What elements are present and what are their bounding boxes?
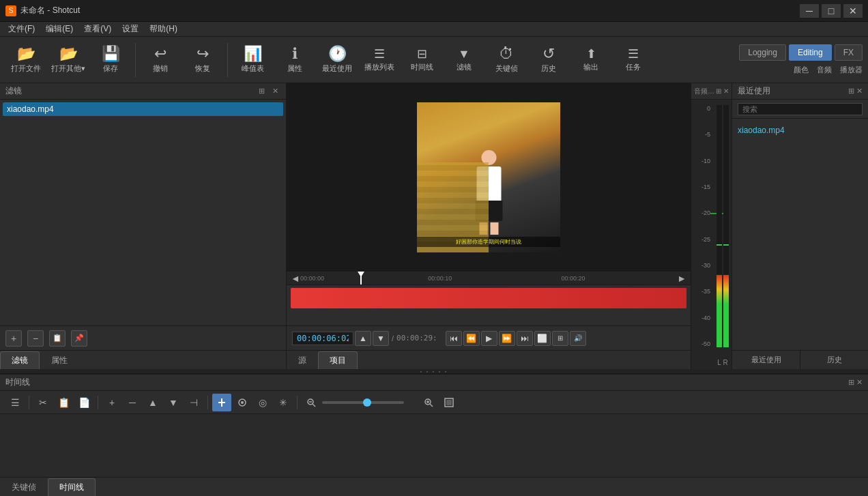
- tl-paste-button[interactable]: 📄: [74, 394, 93, 411]
- rewind-button[interactable]: ⏪: [463, 331, 480, 346]
- timeline-area: ◄ 00:00:00 00:00:10 00:00:20 ►: [287, 271, 691, 325]
- tab-source[interactable]: 源: [287, 351, 318, 369]
- tl-scrub-button[interactable]: [233, 394, 252, 411]
- fast-forward-button[interactable]: ⏩: [499, 331, 515, 346]
- export-icon: ⬆: [586, 48, 596, 60]
- recent-panel-controls: ⊞ ✕: [848, 87, 863, 96]
- main-toolbar: 📂 打开文件 📂 打开其他▾ 💾 保存 ↩ 撤销 ↪ 恢复 📊 峰值表 ℹ 属性…: [0, 37, 868, 83]
- redo-button[interactable]: ↪ 恢复: [182, 40, 223, 80]
- maximize-button[interactable]: □: [822, 4, 841, 18]
- save-label: 保存: [103, 63, 118, 74]
- video-subtitle: 好困那你造学期间何时当说: [417, 237, 560, 247]
- close-button[interactable]: ✕: [843, 4, 863, 18]
- tab-filters[interactable]: 滤镜: [0, 351, 40, 369]
- video-frame: 好困那你造学期间何时当说: [417, 102, 560, 252]
- recent-close-icon[interactable]: ✕: [856, 87, 863, 96]
- filter-button[interactable]: ▼ 滤镜: [444, 40, 484, 80]
- tl-ripple-markers-button[interactable]: ✳: [274, 394, 293, 411]
- play-button[interactable]: ▶: [481, 331, 497, 346]
- audio-meter-close-icon[interactable]: ✕: [723, 87, 729, 95]
- tl-zoom-in-button[interactable]: [419, 394, 438, 411]
- tl-menu-button[interactable]: ☰: [5, 394, 25, 411]
- copy-filter-button[interactable]: 📋: [49, 330, 66, 347]
- video-frame-inner: 好困那你造学期间何时当说: [417, 102, 560, 252]
- keyframe-button[interactable]: ⏱ 关键侦: [486, 40, 527, 80]
- tl-overwrite-button[interactable]: ▼: [164, 394, 183, 411]
- tl-ripple-all-button[interactable]: ◎: [253, 394, 272, 411]
- menu-settings[interactable]: 设置: [117, 22, 144, 36]
- tl-split-button[interactable]: ⊣: [184, 394, 203, 411]
- peak-meter-button[interactable]: 📊 峰值表: [232, 40, 273, 80]
- tab-timeline[interactable]: 时间线: [48, 478, 96, 496]
- toolbar-separator-2: [227, 43, 228, 77]
- ruler-tick-1: 00:00:10: [428, 275, 452, 282]
- timeline-button[interactable]: ⊟ 时间线: [401, 40, 442, 80]
- playlist-label: 播放列表: [364, 62, 394, 72]
- timeline-track[interactable]: [291, 288, 686, 308]
- recent-grid-icon[interactable]: ⊞: [848, 87, 854, 96]
- remove-filter-button[interactable]: −: [27, 330, 44, 347]
- playback-buttons: ⏮ ⏪ ▶ ⏩ ⏭ ⬜ ⊞ 🔊: [446, 331, 586, 346]
- undo-button[interactable]: ↩ 撤销: [140, 40, 181, 80]
- tl-zoom-out-button[interactable]: [302, 394, 321, 411]
- tl-fit-button[interactable]: [439, 394, 459, 411]
- skip-to-start-button[interactable]: ⏮: [446, 331, 462, 346]
- grid-view-button[interactable]: ⊞: [552, 331, 568, 346]
- tab-properties[interactable]: 属性: [40, 351, 79, 369]
- menu-view[interactable]: 查看(V): [78, 22, 117, 36]
- recent-button[interactable]: 🕐 最近使用: [317, 40, 358, 80]
- audio-output-button[interactable]: 🔊: [570, 331, 586, 346]
- time-increment-up[interactable]: ▲: [355, 331, 371, 346]
- current-time-input[interactable]: [292, 332, 353, 345]
- zoom-slider-container: [322, 401, 418, 404]
- playlist-button[interactable]: ☰ 播放列表: [359, 40, 400, 80]
- tl-sep-1: [29, 396, 29, 409]
- tab-editing[interactable]: Editing: [789, 44, 832, 61]
- menu-help[interactable]: 帮助(H): [144, 22, 183, 36]
- tab-recent[interactable]: 最近使用: [732, 351, 800, 369]
- tab-fx[interactable]: FX: [835, 44, 863, 61]
- stop-button[interactable]: ⬜: [534, 331, 551, 346]
- minimize-button[interactable]: ─: [800, 4, 819, 18]
- filters-header: 滤镜: [0, 83, 286, 100]
- filters-close-icon[interactable]: [270, 86, 280, 97]
- tl-remove-track-button[interactable]: ─: [123, 394, 142, 411]
- history-button[interactable]: ↺ 历史: [528, 40, 569, 80]
- paste-filter-button[interactable]: 📌: [71, 330, 87, 347]
- scale-5: -5: [691, 131, 712, 138]
- properties-button[interactable]: ℹ 属性: [274, 40, 315, 80]
- add-filter-button[interactable]: +: [5, 330, 22, 347]
- audio-meter-title: 音频…: [694, 87, 714, 96]
- open-other-button[interactable]: 📂 打开其他▾: [48, 40, 89, 80]
- svg-rect-2: [221, 403, 222, 407]
- filter-item[interactable]: xiaodao.mp4: [3, 102, 283, 116]
- recent-item-0[interactable]: xiaodao.mp4: [738, 124, 863, 136]
- time-increment-down[interactable]: ▼: [373, 331, 389, 346]
- export-button[interactable]: ⬆ 输出: [570, 40, 611, 80]
- menu-file[interactable]: 文件(F): [3, 22, 40, 36]
- tl-snap-button[interactable]: [212, 394, 231, 411]
- jobs-button[interactable]: ☰ 任务: [613, 40, 654, 80]
- timeline-close-icon[interactable]: ✕: [856, 378, 863, 387]
- tab-keyframes[interactable]: 关键侦: [0, 478, 48, 496]
- tl-copy-button[interactable]: 📋: [54, 394, 73, 411]
- audio-meter-grid-icon[interactable]: ⊞: [716, 87, 721, 95]
- tl-sep-3: [207, 396, 208, 409]
- save-button[interactable]: 💾 保存: [90, 40, 131, 80]
- svg-rect-13: [446, 400, 452, 405]
- filters-tabs: 滤镜 属性: [0, 350, 286, 369]
- menu-edit[interactable]: 编辑(E): [40, 22, 78, 36]
- skip-to-end-button[interactable]: ⏭: [517, 331, 533, 346]
- timeline-grid-icon[interactable]: ⊞: [848, 378, 854, 387]
- filters-grid-icon[interactable]: [256, 86, 267, 97]
- tl-lift-button[interactable]: ▲: [143, 394, 162, 411]
- tl-cut-button[interactable]: ✂: [33, 394, 53, 411]
- zoom-slider[interactable]: [322, 401, 404, 404]
- tab-logging[interactable]: Logging: [739, 44, 786, 61]
- recent-search-input[interactable]: [738, 103, 863, 115]
- open-file-button[interactable]: 📂 打开文件: [5, 40, 46, 80]
- tab-history[interactable]: 历史: [800, 351, 868, 369]
- tab-project[interactable]: 项目: [318, 351, 358, 369]
- tl-add-track-button[interactable]: +: [102, 394, 121, 411]
- peak-meter-label: 峰值表: [242, 63, 264, 74]
